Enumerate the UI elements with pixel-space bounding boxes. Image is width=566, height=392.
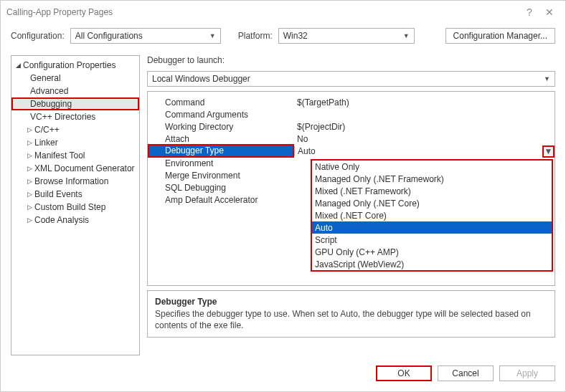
property-label: Amp Default Accelerator [148,195,294,205]
arrow-right-icon: ▷ [27,165,34,172]
footer: OK Cancel Apply [1,360,565,391]
description-text: Specifies the debugger type to use. When… [155,308,547,331]
window-title: Calling-App Property Pages [6,7,519,17]
configuration-manager-button[interactable]: Configuration Manager... [445,28,555,44]
dropdown-item[interactable]: Native Only [312,161,552,173]
description-panel: Debugger Type Specifies the debugger typ… [147,290,555,338]
ok-button[interactable]: OK [376,365,432,381]
property-label: Merge Environment [148,171,294,181]
dropdown-item[interactable]: Auto [312,221,552,234]
tree-item[interactable]: ▷Code Analysis [11,214,139,226]
property-label: Environment [148,158,294,168]
dropdown-item[interactable]: Mixed (.NET Core) [312,209,552,221]
description-title: Debugger Type [155,297,547,307]
property-row[interactable]: AttachNo [148,133,555,145]
arrow-right-icon: ▷ [27,126,34,133]
tree-item[interactable]: ▷Linker [11,136,139,149]
property-row[interactable]: Working Directory$(ProjectDir) [148,120,555,133]
chevron-down-icon: ▼ [544,75,550,82]
tree-item[interactable]: ▷Build Events [11,188,139,201]
arrow-right-icon: ▷ [27,178,34,185]
property-row[interactable]: Command Arguments [148,108,555,120]
arrow-down-icon: ◢ [16,62,23,69]
arrow-right-icon: ▷ [27,191,34,198]
debugger-launch-combo[interactable]: Local Windows Debugger ▼ [147,71,555,87]
debugger-launch-value: Local Windows Debugger [152,74,250,84]
dropdown-item[interactable]: Mixed (.NET Framework) [312,185,552,197]
dropdown-button[interactable]: ▼ [542,145,555,158]
dropdown-item[interactable]: Script [312,234,552,246]
property-row[interactable]: Command$(TargetPath) [148,96,555,108]
property-label: Command [148,97,294,107]
dropdown-item[interactable]: GPU Only (C++ AMP) [312,246,552,258]
tree-item[interactable]: Advanced [11,85,139,97]
tree-item[interactable]: ▷Custom Build Step [11,201,139,214]
property-label: Debugger Type [148,144,294,158]
platform-combo[interactable]: Win32 ▼ [278,28,415,44]
configuration-label: Configuration: [11,31,65,41]
property-value[interactable]: Auto▼ [294,146,555,156]
dropdown-item[interactable]: Managed Only (.NET Core) [312,197,552,209]
tree-item[interactable]: ▷Browse Information [11,175,139,188]
property-row[interactable]: Debugger TypeAuto▼ [148,145,555,157]
apply-button[interactable]: Apply [499,365,555,381]
debugger-launch-label: Debugger to launch: [147,55,555,65]
chevron-down-icon: ▼ [209,32,216,39]
tree-root[interactable]: ◢Configuration Properties [11,59,139,72]
titlebar: Calling-App Property Pages ? ✕ [1,1,565,24]
property-value[interactable]: $(TargetPath) [294,97,555,107]
debugger-type-dropdown[interactable]: Native OnlyManaged Only (.NET Framework)… [311,159,553,272]
close-button[interactable]: ✕ [539,6,560,18]
property-grid[interactable]: Command$(TargetPath)Command ArgumentsWor… [147,91,555,286]
dropdown-item[interactable]: Managed Only (.NET Framework) [312,173,552,185]
property-label: Working Directory [148,122,294,132]
configuration-value: All Configurations [75,31,143,41]
dropdown-item[interactable]: JavaScript (WebView2) [312,258,552,270]
arrow-right-icon: ▷ [27,152,34,159]
platform-label: Platform: [238,31,273,41]
tree-view[interactable]: ◢Configuration PropertiesGeneralAdvanced… [11,55,140,355]
property-label: Command Arguments [148,110,294,120]
body: ◢Configuration PropertiesGeneralAdvanced… [1,55,565,360]
right-pane: Debugger to launch: Local Windows Debugg… [147,55,555,355]
config-row: Configuration: All Configurations ▼ Plat… [1,24,565,55]
arrow-right-icon: ▷ [27,139,34,146]
tree-item[interactable]: Debugging [11,97,139,110]
property-label: Attach [148,134,294,144]
chevron-down-icon: ▼ [544,146,553,156]
platform-value: Win32 [283,31,308,41]
property-value[interactable]: No [294,134,555,144]
tree-item[interactable]: ▷C/C++ [11,123,139,136]
configuration-combo[interactable]: All Configurations ▼ [70,28,221,44]
chevron-down-icon: ▼ [403,32,410,39]
tree-item[interactable]: ▷Manifest Tool [11,149,139,162]
arrow-right-icon: ▷ [27,216,34,224]
property-pages-window: Calling-App Property Pages ? ✕ Configura… [0,0,566,392]
tree-item[interactable]: ▷XML Document Generator [11,162,139,175]
cancel-button[interactable]: Cancel [438,365,494,381]
arrow-right-icon: ▷ [27,204,34,211]
property-value[interactable]: $(ProjectDir) [294,122,555,132]
tree-item[interactable]: General [11,72,139,85]
property-label: SQL Debugging [148,183,294,193]
tree-item[interactable]: VC++ Directories [11,110,139,123]
help-button[interactable]: ? [519,6,539,18]
